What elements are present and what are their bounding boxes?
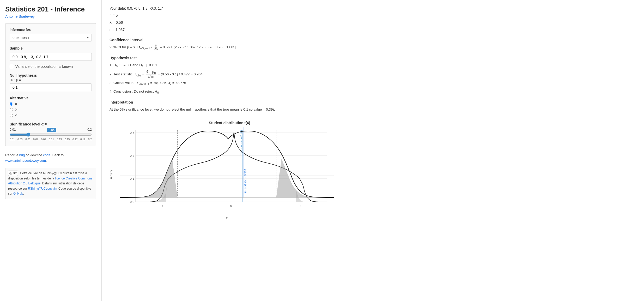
n-line: n = 5 [110,12,636,19]
variance-known-label: Variance of the population is known [15,64,73,69]
ht-line4: 4. Conclusion : Do not reject H0 [110,88,636,95]
chart-title: Student distribution t(4) [125,121,334,125]
data-line: Your data: 0.9, -0.8, 1.3, -0.3, 1.7 [110,5,636,12]
cc-badge: Ⓒ BY [8,171,18,176]
sig-current-value: 0.05 [47,128,56,132]
sample-label: Sample [10,46,92,50]
ht-title: Hypothesis test [110,56,636,60]
ht-line2: 2. Test statistic : tobs = x̄ − μ0 s/√n … [110,70,636,79]
github-link[interactable]: GitHub [13,192,23,195]
xbar-line: x̄ = 0.56 [110,19,636,26]
ci-title: Confidence interval [110,38,636,42]
alternative-gt-option[interactable]: > [10,107,92,112]
inference-label: Inference for: [10,28,92,32]
site-link[interactable]: www.antoinesoetewey.com [5,159,46,162]
ht-line1: 1. H0 : μ = 0.1 and H1 : μ ≠ 0.1 [110,62,636,69]
sig-min-label: 0.01 [10,128,16,132]
code-link[interactable]: code [43,153,50,157]
bug-link[interactable]: bug [19,153,25,157]
ci-formula: 95% CI for μ = x̄ ± tα/2,n−1 · s √n = 0.… [110,44,636,51]
null-value-input[interactable] [10,83,92,91]
inference-select[interactable]: one mean one proportion two means two pr… [10,34,92,41]
interp-title: Interpretation [110,100,636,104]
s-line: s = 1.067 [110,27,636,33]
chart-area: Student distribution t(4) Density 0 [110,121,334,220]
sample-input[interactable] [10,53,92,61]
alternative-lt-option[interactable]: < [10,113,92,117]
page-title: Statistics 201 - Inference [5,5,96,13]
interp-text: At the 5% significance level, we do not … [110,106,636,113]
chart-svg-overlay: Test statistic = 0.964 [120,127,334,210]
sig-max-label: 0.2 [87,128,92,132]
alternative-neq-option[interactable]: ≠ [10,102,92,106]
ht-line3: 3. Critical value : ±tα/2,n−1 = ±t(0.025… [110,79,636,87]
svg-text:Test statistic = 0.964: Test statistic = 0.964 [244,168,247,195]
significance-slider[interactable] [10,133,92,137]
significance-label: Significance level α = [10,122,92,126]
author-link[interactable]: Antoine Soetewey [5,14,96,19]
cc-box: Ⓒ BY Cette oeuvre de RShiny@UCLouvain es… [5,168,96,199]
cc-license-link[interactable]: licence Creative Commons Attribution 2.0… [8,177,92,185]
alternative-label: Alternative [10,96,92,100]
rshiny-link[interactable]: RShiny@UCLouvain [28,187,57,190]
null-hypothesis-section-label: Null hypothesis [10,73,92,77]
x-axis-label: x [120,216,334,220]
y-axis-label: Density [110,127,115,216]
footer-text: Report a bug or view the code. Back to w… [5,153,96,164]
h0-label: H₀ : μ = [10,78,92,82]
variance-known-checkbox[interactable] [10,65,13,68]
